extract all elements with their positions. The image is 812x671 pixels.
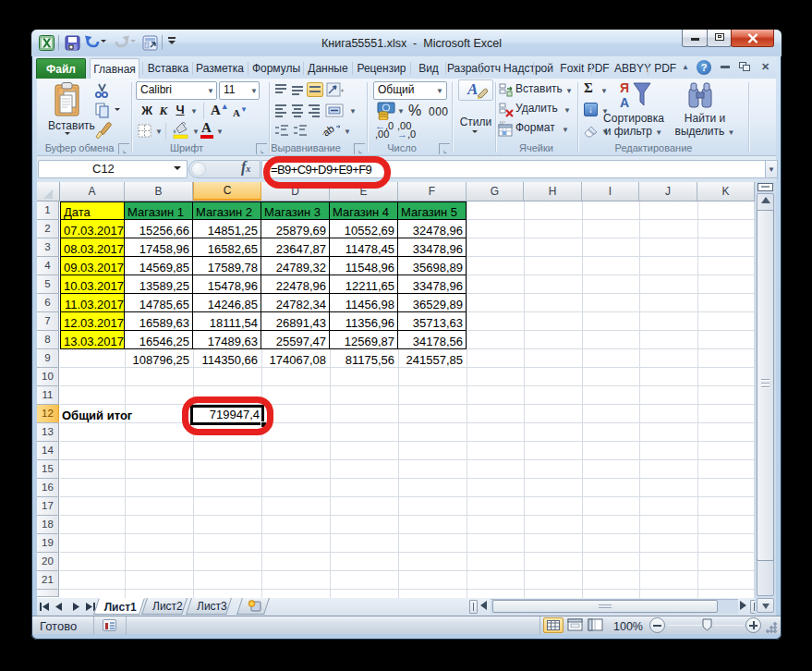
svg-text:A: A bbox=[620, 95, 629, 110]
svg-text:ab: ab bbox=[321, 123, 336, 139]
svg-text:Я: Я bbox=[620, 80, 629, 95]
